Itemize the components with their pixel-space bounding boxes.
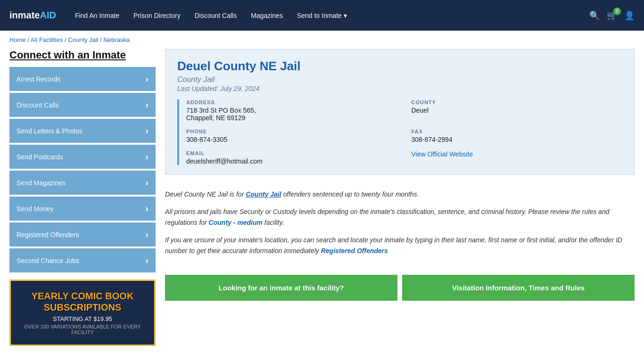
- breadcrumb-all-facilities[interactable]: All Facilities: [31, 36, 63, 43]
- sidebar-discount-calls[interactable]: Discount Calls ›: [9, 93, 156, 117]
- email-block: EMAIL deuelsheriff@hotmail.com: [186, 150, 397, 165]
- visitation-info-button[interactable]: Visitation Information, Times and Rules: [402, 275, 635, 301]
- sidebar-send-postcards[interactable]: Send Postcards ›: [9, 145, 156, 169]
- ad-title: YEARLY COMIC BOOKSUBSCRIPTIONS: [18, 290, 147, 313]
- sidebar-second-chance-jobs[interactable]: Second Chance Jobs ›: [9, 248, 156, 272]
- county-jail-link[interactable]: County Jail: [246, 190, 281, 198]
- arrow-icon: ›: [145, 229, 149, 240]
- nav-discount-calls[interactable]: Discount Calls: [195, 12, 237, 19]
- logo[interactable]: inmateAID: [9, 10, 56, 21]
- county-value: Deuel: [412, 107, 623, 114]
- sidebar-ad[interactable]: YEARLY COMIC BOOKSUBSCRIPTIONS STARTING …: [9, 280, 156, 346]
- facility-name: Deuel County NE Jail: [177, 59, 622, 74]
- info-grid: ADDRESS 718 3rd St PO Box 565,Chappell, …: [186, 99, 622, 165]
- sidebar-send-money[interactable]: Send Money ›: [9, 197, 156, 221]
- ad-subtitle: STARTING AT $19.95: [18, 315, 147, 322]
- content: Deuel County NE Jail County Jail Last Up…: [165, 49, 635, 346]
- phone-value: 308-874-3305: [186, 136, 397, 143]
- fax-block: FAX 308-874-2994: [412, 129, 623, 143]
- county-medium-link[interactable]: County - medium: [209, 219, 263, 226]
- website-link[interactable]: View Official Website: [412, 150, 473, 158]
- arrow-icon: ›: [145, 99, 149, 110]
- sidebar: Connect with an Inmate Arrest Records › …: [9, 49, 156, 346]
- arrow-icon: ›: [145, 74, 149, 84]
- desc-para-1: Deuel County NE Jail is for County Jail …: [165, 189, 635, 199]
- logo-text: inmateAID: [9, 10, 56, 21]
- arrow-icon: ›: [145, 125, 149, 136]
- breadcrumb-county-jail[interactable]: County Jail: [68, 36, 98, 43]
- cart-icon[interactable]: 🛒 0: [607, 10, 617, 21]
- sidebar-send-letters[interactable]: Send Letters & Photos ›: [9, 119, 156, 143]
- main-nav: inmateAID Find An Inmate Prison Director…: [0, 0, 644, 31]
- breadcrumb-home[interactable]: Home: [9, 36, 26, 43]
- nav-send-to-inmate[interactable]: Send to Inmate ▾: [297, 12, 347, 19]
- desc-para-2: All prisons and jails have Security or C…: [165, 206, 635, 228]
- facility-last-updated: Last Updated: July 29, 2024: [177, 85, 622, 92]
- user-icon[interactable]: 👤: [624, 10, 635, 21]
- sidebar-arrest-records[interactable]: Arrest Records ›: [9, 67, 156, 91]
- main-container: Connect with an Inmate Arrest Records › …: [0, 49, 644, 355]
- website-block: View Official Website: [412, 150, 623, 165]
- breadcrumb-state[interactable]: Nebraska: [103, 36, 130, 43]
- address-label: ADDRESS: [186, 99, 397, 105]
- arrow-icon: ›: [145, 203, 149, 214]
- description: Deuel County NE Jail is for County Jail …: [165, 184, 635, 268]
- cart-badge: 0: [613, 8, 621, 15]
- phone-label: PHONE: [186, 129, 397, 134]
- ad-note: OVER 100 VARIATIONS AVAILABLE FOR EVERY …: [18, 324, 147, 335]
- bottom-buttons: Looking for an inmate at this facility? …: [165, 275, 635, 301]
- county-block: COUNTY Deuel: [412, 99, 623, 122]
- breadcrumb: Home / All Facilities / County Jail / Ne…: [0, 31, 644, 49]
- fax-value: 308-874-2994: [412, 136, 623, 143]
- email-label: EMAIL: [186, 150, 397, 156]
- arrow-icon: ›: [145, 177, 149, 188]
- nav-find-inmate[interactable]: Find An Inmate: [75, 12, 119, 19]
- arrow-icon: ›: [145, 151, 149, 162]
- search-icon[interactable]: 🔍: [589, 10, 600, 21]
- registered-offenders-link[interactable]: Registered Offenders: [321, 247, 388, 255]
- sidebar-send-magazines[interactable]: Send Magazines ›: [9, 171, 156, 195]
- nav-links: Find An Inmate Prison Directory Discount…: [75, 12, 589, 19]
- arrow-icon: ›: [145, 255, 149, 266]
- address-value: 718 3rd St PO Box 565,Chappell, NE 69129: [186, 107, 397, 122]
- nav-magazines[interactable]: Magazines: [251, 12, 283, 19]
- sidebar-title: Connect with an Inmate: [9, 49, 156, 61]
- nav-icons: 🔍 🛒 0 👤: [589, 10, 635, 21]
- nav-prison-directory[interactable]: Prison Directory: [133, 12, 181, 19]
- desc-para-3: If you are unsure of your inmate's locat…: [165, 235, 635, 256]
- looking-for-inmate-button[interactable]: Looking for an inmate at this facility?: [165, 275, 397, 301]
- fax-label: FAX: [412, 129, 623, 134]
- phone-block: PHONE 308-874-3305: [186, 129, 397, 143]
- facility-type: County Jail: [177, 75, 622, 84]
- facility-card: Deuel County NE Jail County Jail Last Up…: [165, 49, 635, 175]
- email-value: deuelsheriff@hotmail.com: [186, 157, 397, 165]
- address-block: ADDRESS 718 3rd St PO Box 565,Chappell, …: [186, 99, 397, 122]
- sidebar-registered-offenders[interactable]: Registered Offenders ›: [9, 222, 156, 247]
- facility-info-border: ADDRESS 718 3rd St PO Box 565,Chappell, …: [177, 99, 622, 165]
- county-label: COUNTY: [412, 99, 623, 105]
